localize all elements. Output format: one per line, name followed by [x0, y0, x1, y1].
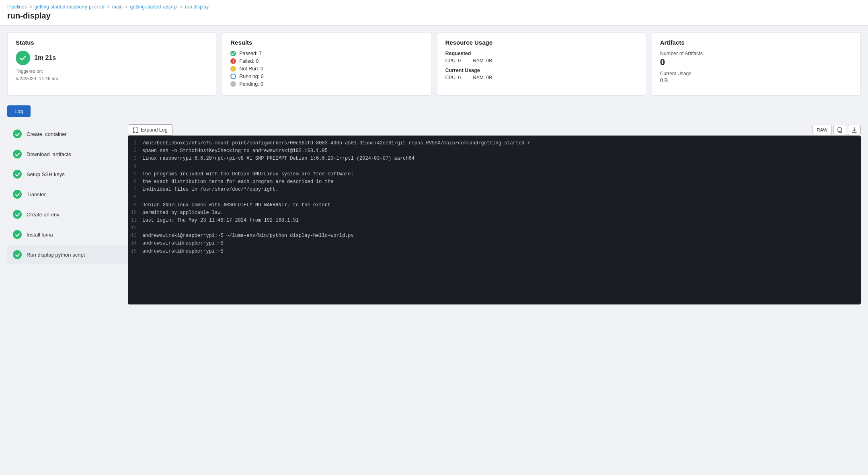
svg-rect-1: [838, 128, 841, 132]
resource-curr-cpu: CPU: 0: [445, 75, 461, 80]
breadcrumb-sep-3: >: [125, 4, 128, 10]
step-item[interactable]: Setup SSH keys: [7, 165, 128, 184]
line-content: andrewswirski@raspberrypi:~$: [142, 240, 224, 247]
status-card-title: Status: [16, 39, 208, 46]
resource-curr-ram: RAM: 0B: [473, 75, 492, 80]
pending-label: Pending: 0: [239, 81, 263, 87]
artifacts-card-title: Artifacts: [660, 39, 852, 46]
terminal-line: 8: [128, 193, 861, 201]
breadcrumb-job[interactable]: run-display: [185, 4, 209, 10]
step-item[interactable]: Create an env: [7, 205, 128, 224]
breadcrumb-pipeline[interactable]: getting-started-rasp-pi: [130, 4, 177, 10]
main-content: Create_container Download_artifacts Setu…: [0, 120, 868, 312]
artifacts-current-label: Current Usage: [660, 71, 852, 76]
terminal-line: 6the exact distribution terms for each p…: [128, 178, 861, 186]
terminal-line: 14andrewswirski@raspberrypi:~$: [128, 240, 861, 247]
step-item[interactable]: Install luma: [7, 225, 128, 244]
line-number: 15: [128, 248, 142, 255]
log-toolbar-right: RAW: [813, 125, 861, 135]
download-button[interactable]: [848, 125, 861, 135]
results-card: Results Passed: 7 ! Failed: 0 Not Run: 0…: [222, 32, 431, 96]
step-check-icon: [13, 170, 22, 179]
artifacts-num-value: 0: [660, 57, 852, 68]
results-card-title: Results: [230, 39, 423, 46]
step-check-icon: [13, 130, 22, 138]
expand-log-button[interactable]: Expand Log: [128, 124, 173, 136]
step-check-icon: [13, 230, 22, 239]
line-content: /mnt/beetleboxci/nfs/efs-mount-point/con…: [142, 140, 530, 147]
raw-button[interactable]: RAW: [813, 125, 832, 135]
line-content: Linux raspberrypi 6.6.20+rpt-rpi-v8 #1 S…: [142, 155, 415, 162]
line-number: 12: [128, 224, 142, 232]
log-panel: Expand Log RAW: [128, 120, 861, 304]
step-item[interactable]: Transfer: [7, 185, 128, 204]
line-number: 2: [128, 147, 142, 155]
breadcrumb: Pipelines > getting-started-raspberry-pi…: [7, 4, 861, 10]
status-triggered-value: 5/23/2024, 11:46 am: [16, 75, 208, 82]
line-content: andrewswirski@raspberrypi:~$ ~/luma-env/…: [142, 232, 354, 240]
log-bar: Log: [0, 102, 868, 120]
expand-icon: [133, 127, 138, 133]
line-number: 4: [128, 163, 142, 171]
result-passed: Passed: 7: [230, 51, 423, 56]
result-notrun: Not Run: 0: [230, 66, 423, 72]
breadcrumb-project[interactable]: getting-started-raspberry-pi-ci-cd: [35, 4, 105, 10]
step-label: Create_container: [27, 131, 67, 137]
breadcrumb-branch[interactable]: main: [112, 4, 123, 10]
terminal-line: 9Debian GNU/Linux comes with ABSOLUTELY …: [128, 202, 861, 209]
line-content: individual files in /usr/share/doc/*/cop…: [142, 186, 278, 193]
terminal-line: 13andrewswirski@raspberrypi:~$ ~/luma-en…: [128, 232, 861, 240]
terminal-line: 15andrewswirski@raspberrypi:~$: [128, 248, 861, 255]
copy-button[interactable]: [833, 125, 846, 135]
line-number: 14: [128, 240, 142, 247]
status-triggered-label: Triggered on:: [16, 68, 208, 75]
terminal-line: 4: [128, 163, 861, 171]
step-item[interactable]: Run display python script: [7, 245, 128, 264]
step-label: Run display python script: [27, 252, 85, 258]
log-toolbar: Expand Log RAW: [128, 120, 861, 136]
terminal-line: 3Linux raspberrypi 6.6.20+rpt-rpi-v8 #1 …: [128, 155, 861, 162]
terminal-line: 1/mnt/beetleboxci/nfs/efs-mount-point/co…: [128, 140, 861, 147]
notrun-icon: [230, 66, 236, 72]
copy-icon: [837, 127, 843, 133]
download-icon: [852, 127, 857, 133]
terminal-line: 7individual files in /usr/share/doc/*/co…: [128, 186, 861, 193]
terminal[interactable]: 1/mnt/beetleboxci/nfs/efs-mount-point/co…: [128, 136, 861, 304]
line-number: 1: [128, 140, 142, 147]
line-number: 9: [128, 202, 142, 209]
step-check-icon: [13, 190, 22, 199]
line-content: andrewswirski@raspberrypi:~$: [142, 248, 224, 255]
step-label: Install luma: [27, 232, 53, 238]
line-number: 13: [128, 232, 142, 240]
line-number: 6: [128, 178, 142, 186]
status-card: Status 1m 21s Triggered on: 5/23/2024, 1…: [7, 32, 216, 96]
terminal-line: 11Last login: Thu May 23 11:48:17 2024 f…: [128, 217, 861, 224]
step-label: Create an env: [27, 212, 60, 218]
line-number: 10: [128, 209, 142, 217]
line-number: 7: [128, 186, 142, 193]
breadcrumb-pipelines[interactable]: Pipelines: [7, 4, 27, 10]
notrun-label: Not Run: 0: [239, 66, 263, 72]
log-button[interactable]: Log: [7, 105, 31, 117]
breadcrumb-sep-2: >: [107, 4, 110, 10]
step-item[interactable]: Download_artifacts: [7, 144, 128, 164]
page-title: run-display: [7, 11, 861, 24]
cards-row: Status 1m 21s Triggered on: 5/23/2024, 1…: [0, 26, 868, 102]
line-content: Last login: Thu May 23 11:48:17 2024 fro…: [142, 217, 299, 224]
status-check-icon: [16, 51, 30, 65]
line-content: spawn ssh -o StrictHostKeyChecking=no an…: [142, 147, 328, 155]
step-label: Download_artifacts: [27, 151, 71, 157]
resource-requested-label: Requested: [445, 51, 638, 56]
terminal-line: 10permitted by applicable law.: [128, 209, 861, 217]
step-item[interactable]: Create_container: [7, 124, 128, 144]
resource-card: Resource Usage Requested CPU: 0 RAM: 0B …: [437, 32, 646, 96]
artifacts-card: Artifacts Number of Artifacts 0 Current …: [652, 32, 861, 96]
resource-current-label: Current Usage: [445, 68, 638, 73]
line-content: The programs included with the Debian GN…: [142, 171, 354, 178]
breadcrumb-sep-4: >: [180, 4, 183, 10]
passed-label: Passed: 7: [239, 51, 262, 56]
terminal-line: 5The programs included with the Debian G…: [128, 171, 861, 178]
artifacts-num-label: Number of Artifacts: [660, 51, 852, 56]
failed-icon: !: [230, 58, 236, 64]
terminal-line: 12: [128, 224, 861, 232]
